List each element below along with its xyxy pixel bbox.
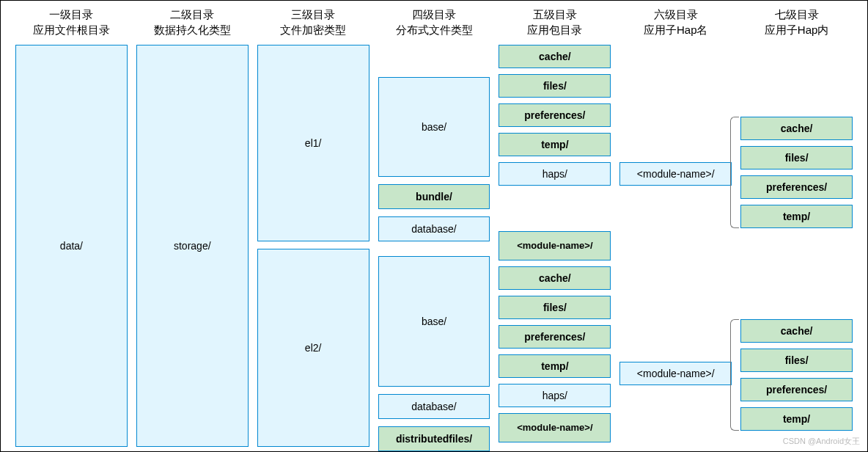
col7-title: 七级目录 bbox=[775, 8, 819, 21]
box-temp-2: temp/ bbox=[499, 354, 611, 378]
box-temp-hap2: temp/ bbox=[740, 407, 853, 431]
bracket-icon bbox=[730, 117, 739, 228]
col1-title: 一级目录 bbox=[49, 8, 93, 21]
box-module-name-1: <module-name>/ bbox=[619, 162, 732, 186]
watermark: CSDN @Android女王 bbox=[783, 436, 860, 447]
box-module-name-db2: <module-name>/ bbox=[499, 413, 611, 442]
col7-header: 七级目录 应用子Hap内 bbox=[765, 7, 829, 37]
col2-title: 二级目录 bbox=[170, 8, 214, 21]
column-3: 三级目录 文件加密类型 el1/ el2/ bbox=[257, 7, 369, 451]
col5-title: 五级目录 bbox=[533, 8, 577, 21]
box-storage: storage/ bbox=[136, 45, 249, 447]
col1-subtitle: 应用文件根目录 bbox=[33, 23, 110, 36]
box-module-name-db1: <module-name>/ bbox=[499, 231, 611, 260]
box-haps-1: haps/ bbox=[499, 162, 611, 186]
col6-title: 六级目录 bbox=[654, 8, 698, 21]
box-cache-hap1: cache/ bbox=[740, 117, 853, 140]
col1-header: 一级目录 应用文件根目录 bbox=[33, 7, 110, 37]
column-2: 二级目录 数据持久化类型 storage/ bbox=[136, 7, 249, 451]
box-cache-2: cache/ bbox=[499, 266, 611, 290]
box-module-name-2: <module-name>/ bbox=[619, 362, 732, 385]
col3-subtitle: 文件加密类型 bbox=[280, 23, 346, 36]
box-el2: el2/ bbox=[257, 249, 369, 447]
column-1: 一级目录 应用文件根目录 data/ bbox=[15, 7, 128, 451]
box-preferences-hap1: preferences/ bbox=[740, 175, 853, 199]
box-temp-1: temp/ bbox=[499, 133, 611, 156]
col5-header: 五级目录 应用包目录 bbox=[527, 7, 582, 37]
col4-title: 四级目录 bbox=[412, 8, 456, 21]
box-bundle: bundle/ bbox=[378, 184, 490, 209]
diagram-columns: 一级目录 应用文件根目录 data/ 二级目录 数据持久化类型 storage/… bbox=[1, 1, 867, 451]
col4-header: 四级目录 分布式文件类型 bbox=[396, 7, 473, 37]
box-cache-1: cache/ bbox=[499, 45, 611, 68]
box-el1: el1/ bbox=[257, 45, 369, 241]
box-base-2: base/ bbox=[378, 256, 490, 387]
box-files-1: files/ bbox=[499, 74, 611, 98]
group-hap-2: cache/ files/ preferences/ temp/ bbox=[740, 319, 853, 437]
box-database-1: database/ bbox=[378, 216, 490, 241]
column-6: 六级目录 应用子Hap名 <module-name>/ <module-name… bbox=[619, 7, 732, 451]
col3-header: 三级目录 文件加密类型 bbox=[280, 7, 346, 37]
box-haps-2: haps/ bbox=[499, 384, 611, 407]
col4-subtitle: 分布式文件类型 bbox=[396, 23, 473, 36]
col2-subtitle: 数据持久化类型 bbox=[154, 23, 231, 36]
column-5: 五级目录 应用包目录 cache/ files/ preferences/ te… bbox=[499, 7, 611, 451]
box-cache-hap2: cache/ bbox=[740, 319, 853, 343]
box-files-hap2: files/ bbox=[740, 349, 853, 372]
box-preferences-2: preferences/ bbox=[499, 325, 611, 349]
box-files-hap1: files/ bbox=[740, 146, 853, 170]
box-distributedfiles: distributedfiles/ bbox=[378, 426, 490, 451]
col3-title: 三级目录 bbox=[291, 8, 335, 21]
column-4: 四级目录 分布式文件类型 base/ bundle/ database/ bas… bbox=[378, 7, 490, 451]
box-base-1: base/ bbox=[378, 77, 490, 177]
col5-subtitle: 应用包目录 bbox=[527, 23, 582, 36]
bracket-icon bbox=[730, 319, 739, 431]
col6-header: 六级目录 应用子Hap名 bbox=[644, 7, 708, 37]
box-files-2: files/ bbox=[499, 296, 611, 319]
col6-subtitle: 应用子Hap名 bbox=[644, 23, 708, 36]
box-preferences-hap2: preferences/ bbox=[740, 378, 853, 401]
box-temp-hap1: temp/ bbox=[740, 205, 853, 228]
box-data: data/ bbox=[15, 45, 128, 447]
col7-subtitle: 应用子Hap内 bbox=[765, 23, 829, 36]
box-preferences-1: preferences/ bbox=[499, 103, 611, 127]
column-7: 七级目录 应用子Hap内 cache/ files/ preferences/ … bbox=[740, 7, 853, 451]
box-database-2: database/ bbox=[378, 394, 490, 419]
group-hap-1: cache/ files/ preferences/ temp/ bbox=[740, 117, 853, 234]
col2-header: 二级目录 数据持久化类型 bbox=[154, 7, 231, 37]
